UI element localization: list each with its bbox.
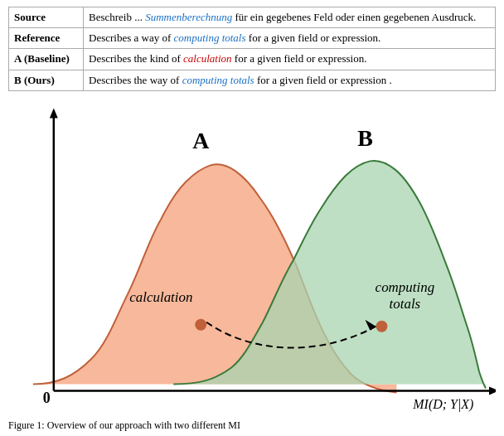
figure-caption: Figure 1: Overview of our approach with … — [0, 418, 504, 433]
source-highlight: Summenberechnung — [145, 11, 232, 23]
baseline-text-1: Describes the kind of — [89, 52, 183, 65]
table-section: Source Beschreib ... Summenberechnung fü… — [0, 0, 504, 94]
row-label-reference: Reference — [9, 28, 84, 49]
table-row: A (Baseline) Describes the kind of calcu… — [9, 49, 496, 70]
comparison-table: Source Beschreib ... Summenberechnung fü… — [8, 7, 496, 91]
x-axis-label: MI(D; Y|X) — [412, 397, 473, 412]
source-text-1: Beschreib ... — [89, 11, 145, 23]
ref-text-2: for a given field or expression. — [246, 31, 381, 44]
label-b: B — [357, 125, 373, 151]
row-label-baseline: A (Baseline) — [9, 49, 84, 70]
ref-highlight: computing totals — [174, 31, 246, 44]
label-a: A — [192, 128, 209, 153]
origin-label: 0 — [43, 390, 51, 406]
x-axis-arrow — [489, 386, 496, 395]
ours-highlight: computing totals — [182, 74, 254, 86]
ours-text-1: Describes the way of — [89, 74, 182, 86]
baseline-text-2: for a given field or expression. — [232, 52, 367, 65]
calc-label: calculation — [129, 289, 192, 305]
ref-text-1: Describes a way of — [89, 31, 174, 44]
row-content-baseline: Describes the kind of calculation for a … — [84, 49, 496, 70]
chart-section: 0 MI(D; Y|X) A B calculation computing t… — [0, 94, 504, 418]
row-content-reference: Describes a way of computing totals for … — [84, 28, 496, 49]
figure-caption-text: Figure 1: Overview of our approach with … — [8, 419, 240, 431]
computing-dot — [376, 320, 387, 332]
table-row: B (Ours) Describes the way of computing … — [9, 70, 496, 90]
row-label-source: Source — [9, 7, 84, 28]
row-content-source: Beschreib ... Summenberechnung für ein g… — [84, 7, 496, 28]
source-text-2: für ein gegebenes Feld oder einen gegebe… — [232, 11, 476, 23]
calc-dot — [195, 318, 206, 330]
y-axis-arrow — [50, 108, 58, 118]
computing-label: computing — [376, 279, 435, 295]
baseline-highlight: calculation — [183, 52, 232, 65]
row-label-ours: B (Ours) — [9, 70, 84, 90]
totals-label: totals — [390, 296, 421, 312]
chart-svg: 0 MI(D; Y|X) A B calculation computing t… — [8, 94, 496, 418]
row-content-ours: Describes the way of computing totals fo… — [84, 70, 496, 90]
table-row: Source Beschreib ... Summenberechnung fü… — [9, 7, 496, 28]
ours-text-2: for a given field or expression . — [254, 74, 392, 86]
table-row: Reference Describes a way of computing t… — [9, 28, 496, 49]
